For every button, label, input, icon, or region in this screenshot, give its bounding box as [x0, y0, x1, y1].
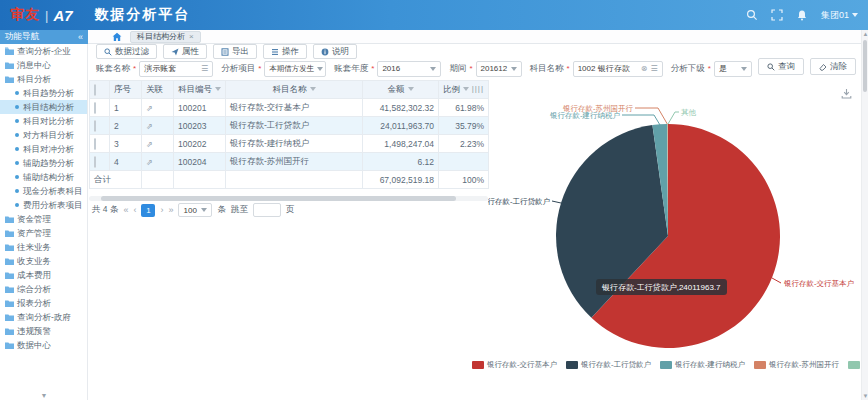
current-page-button[interactable]: 1	[141, 204, 155, 217]
sidebar-item-subject-analysis[interactable]: 科目分析	[0, 72, 87, 86]
legend-item[interactable]: 银行存款-交行基本户	[472, 360, 557, 370]
row-checkbox[interactable]	[94, 156, 96, 168]
sidebar-item-income-expense[interactable]: 收支业务	[0, 254, 87, 268]
first-page-button[interactable]: «	[123, 205, 128, 215]
link-icon[interactable]: ⇗	[146, 140, 153, 149]
bullet-icon	[15, 161, 19, 165]
collapse-sidebar-icon[interactable]: «	[78, 32, 83, 42]
required-star: *	[371, 64, 374, 73]
table-row[interactable]: 2 ⇗ 100203 银行存款-工行贷款户 24,011,963.70 35.7…	[90, 117, 489, 135]
row-checkbox[interactable]	[94, 102, 96, 114]
year-select[interactable]: 2016	[377, 61, 441, 77]
legend-item[interactable]: 银行存款-建行纳税户	[660, 360, 745, 370]
scroll-down-icon[interactable]: ▼	[862, 393, 868, 399]
chart-legend: 银行存款-交行基本户 银行存款-工行贷款户 银行存款-建行纳税户 银行存款-苏州…	[488, 360, 862, 370]
link-icon[interactable]: ⇗	[146, 122, 153, 131]
link-icon[interactable]: ⇗	[146, 104, 153, 113]
sort-icon[interactable]	[408, 87, 414, 91]
col-code[interactable]: 科目编号	[174, 81, 226, 99]
window-vertical-scrollbar[interactable]: ▲ ▼	[861, 30, 868, 400]
table-row[interactable]: 1 ⇗ 100201 银行存款-交行基本户 41,582,302.32 61.9…	[90, 99, 489, 117]
sidebar-item-fund-management[interactable]: 资金管理	[0, 212, 87, 226]
bullet-icon	[15, 133, 19, 137]
sidebar-item-aux-structure[interactable]: 辅助结构分析	[0, 170, 87, 184]
sort-icon[interactable]	[215, 87, 221, 91]
table-horizontal-scrollbar[interactable]	[89, 196, 488, 201]
sidebar-item-subject-trend[interactable]: 科目趋势分析	[0, 86, 87, 100]
row-checkbox[interactable]	[94, 120, 96, 132]
table-row[interactable]: 3 ⇗ 100202 银行存款-建行纳税户 1,498,247.04 2.23%	[90, 135, 489, 153]
operations-button[interactable]: 操作	[263, 44, 307, 59]
table-row[interactable]: 4 ⇗ 100204 银行存款-苏州国开行 6.12	[90, 153, 489, 171]
tab-subject-structure[interactable]: 科目结构分析 ×	[130, 31, 201, 43]
last-page-button[interactable]: »	[168, 205, 173, 215]
sidebar-item-report-analysis[interactable]: 报表分析	[0, 296, 87, 310]
data-filter-button[interactable]: 数据过滤	[96, 44, 157, 59]
sidebar-item-cost-expense[interactable]: 成本费用	[0, 268, 87, 282]
select-all-checkbox[interactable]	[94, 84, 96, 96]
total-label: 合计	[90, 171, 142, 189]
sidebar-item-subject-structure[interactable]: 科目结构分析	[0, 100, 87, 114]
clear-button[interactable]: 清除	[810, 58, 856, 75]
next-page-button[interactable]: ›	[160, 205, 163, 215]
jump-page-input[interactable]	[253, 203, 281, 217]
label-line	[552, 201, 561, 203]
list-picker-icon[interactable]: ☰	[201, 65, 208, 73]
sidebar-item-comprehensive-analysis[interactable]: 综合分析	[0, 282, 87, 296]
clear-icon[interactable]: ⊗	[641, 65, 648, 73]
bullet-icon	[15, 119, 19, 123]
export-button[interactable]: 导出	[213, 44, 257, 59]
link-icon[interactable]: ⇗	[146, 158, 153, 167]
required-star: *	[133, 64, 136, 73]
sidebar-item-data-center[interactable]: 数据中心	[0, 338, 87, 352]
logo-separator: |	[45, 8, 48, 23]
col-link[interactable]: 关联	[142, 81, 174, 99]
bell-icon[interactable]	[796, 9, 808, 21]
home-icon[interactable]	[112, 32, 122, 42]
col-no[interactable]: 序号	[110, 81, 142, 99]
sidebar-item-asset-management[interactable]: 资产管理	[0, 226, 87, 240]
analysis-item-select[interactable]: 本期借方发生	[264, 61, 326, 77]
sidebar-item-message-center[interactable]: 消息中心	[0, 58, 87, 72]
column-settings-icon[interactable]: ||||	[472, 84, 484, 93]
page-size-select[interactable]: 100	[178, 203, 212, 217]
query-button[interactable]: 查询	[758, 58, 804, 75]
fullscreen-icon[interactable]	[771, 9, 783, 21]
user-menu[interactable]: 集团01	[821, 9, 858, 22]
sidebar-item-violation-warning[interactable]: 违规预警	[0, 324, 87, 338]
sidebar-item-subject-offset[interactable]: 科目对冲分析	[0, 142, 87, 156]
sort-icon[interactable]	[310, 87, 316, 91]
year-label: 账套年度	[334, 63, 368, 75]
list-picker-icon[interactable]: ☰	[650, 65, 657, 73]
prev-page-button[interactable]: ‹	[133, 205, 136, 215]
sidebar-item-query-analysis-government[interactable]: 查询分析-政府	[0, 310, 87, 324]
col-name[interactable]: 科目名称	[226, 81, 363, 99]
sidebar-item-subject-compare[interactable]: 科目对比分析	[0, 114, 87, 128]
eraser-icon	[819, 63, 827, 71]
row-checkbox[interactable]	[94, 138, 96, 150]
search-icon[interactable]	[746, 9, 758, 21]
sidebar-item-expense-analysis-item[interactable]: 费用分析表项目	[0, 198, 87, 212]
scrollbar-thumb[interactable]	[863, 40, 867, 92]
col-amount[interactable]: 金额	[363, 81, 439, 99]
properties-button[interactable]: 属性	[163, 44, 207, 59]
legend-item[interactable]: 银行存款-工行贷款户	[566, 360, 651, 370]
account-set-input[interactable]: 演示账套 ☰	[139, 61, 213, 77]
sidebar-item-counterpart-subject[interactable]: 对方科目分析	[0, 128, 87, 142]
legend-item[interactable]: 银行存款-苏州国开行	[754, 360, 839, 370]
bullet-icon	[15, 189, 19, 193]
sidebar-item-query-analysis-enterprise[interactable]: 查询分析-企业	[0, 44, 87, 58]
sidebar-item-current-business[interactable]: 往来业务	[0, 240, 87, 254]
scroll-up-icon[interactable]: ▲	[862, 31, 868, 37]
sidebar-item-aux-trend[interactable]: 辅助趋势分析	[0, 156, 87, 170]
scrollbar-thumb[interactable]	[101, 196, 456, 201]
close-icon[interactable]: ×	[189, 32, 194, 41]
account-set-label: 账套名称	[96, 63, 130, 75]
pie-label-gonghang: 银行存款-工行贷款户	[488, 197, 550, 206]
sort-icon[interactable]	[463, 87, 469, 91]
sub-level-label: 分析下级	[671, 63, 705, 75]
col-ratio[interactable]: 比例||||	[439, 81, 489, 99]
help-button[interactable]: 说明	[313, 44, 357, 59]
sidebar-item-cash-analysis-subject[interactable]: 现金分析表科目	[0, 184, 87, 198]
sidebar-scroll-down-icon[interactable]: ▼	[0, 392, 88, 399]
